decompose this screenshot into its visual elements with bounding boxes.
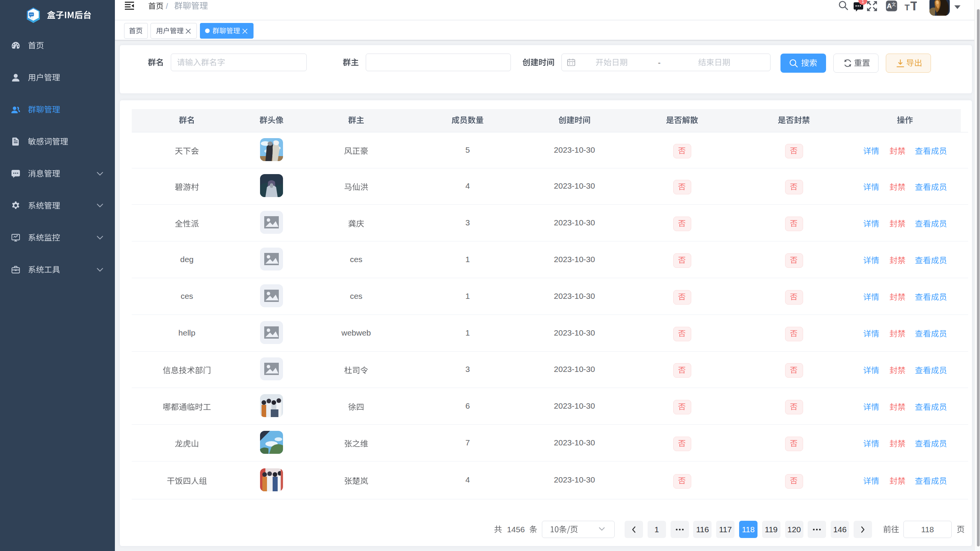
svg-text:1: 1	[861, 0, 864, 4]
svg-text:文: 文	[892, 2, 896, 7]
svg-text:T: T	[905, 3, 910, 11]
svg-text:T: T	[910, 0, 917, 11]
